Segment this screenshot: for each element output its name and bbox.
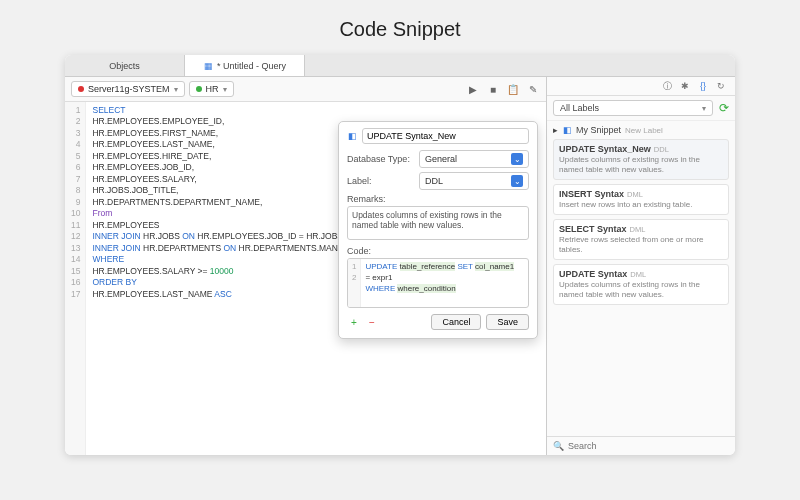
run-icon[interactable]: ▶ [466, 82, 480, 96]
db-type-select[interactable]: General ⌄ [419, 150, 529, 168]
info-icon[interactable]: ⓘ [661, 80, 673, 92]
server-select[interactable]: Server11g-SYSTEM ▾ [71, 81, 185, 97]
snippet-item[interactable]: INSERT SyntaxDML Insert new rows into an… [553, 184, 729, 215]
remove-icon[interactable]: − [365, 315, 379, 329]
db-type-label: Database Type: [347, 154, 415, 164]
server-name: Server11g-SYSTEM [88, 84, 170, 94]
chevron-down-icon: ▾ [174, 85, 178, 94]
connection-bar: Server11g-SYSTEM ▾ HR ▾ ▶ ■ 📋 ✎ [65, 77, 546, 102]
snippet-code-editor[interactable]: 12 UPDATE table_reference SET col_name1=… [347, 258, 529, 308]
query-toolbar: ▶ ■ 📋 ✎ [466, 82, 540, 96]
tab-objects-label: Objects [109, 61, 140, 71]
remarks-input[interactable] [347, 206, 529, 240]
add-icon[interactable]: + [347, 315, 361, 329]
database-icon: ▦ [203, 61, 213, 71]
gear-icon[interactable]: ✱ [679, 80, 691, 92]
select-arrow-icon: ⌄ [511, 175, 523, 187]
snippet-list-header[interactable]: ▸ ◧ My Snippet New Label [553, 125, 729, 135]
folder-icon: ▸ [553, 125, 558, 135]
labels-filter-value: All Labels [560, 103, 599, 113]
db-type-value: General [425, 154, 457, 164]
app-window: Objects ▦ * Untitled - Query Server11g-S… [65, 55, 735, 455]
label-select[interactable]: DDL ⌄ [419, 172, 529, 190]
page-title: Code Snippet [0, 0, 800, 55]
explain-icon[interactable]: 📋 [506, 82, 520, 96]
label-label: Label: [347, 176, 415, 186]
refresh-icon[interactable]: ⟳ [719, 101, 729, 115]
line-gutter: 1234567891011121314151617 [65, 102, 86, 455]
search-input[interactable] [568, 441, 729, 451]
tabbar: Objects ▦ * Untitled - Query [65, 55, 735, 77]
select-arrow-icon: ⌄ [511, 153, 523, 165]
snippet-item[interactable]: SELECT SyntaxDML Retrieve rows selected … [553, 219, 729, 260]
tab-query-label: * Untitled - Query [217, 61, 286, 71]
labels-filter[interactable]: All Labels ▾ [553, 100, 713, 116]
dlg-gutter: 12 [348, 259, 361, 307]
status-dot-icon [78, 86, 84, 92]
chevron-down-icon: ▾ [223, 85, 227, 94]
main-pane: Server11g-SYSTEM ▾ HR ▾ ▶ ■ 📋 ✎ 12345678… [65, 77, 547, 455]
side-toolbar: ⓘ ✱ {} ↻ [547, 77, 735, 96]
new-label-link[interactable]: New Label [625, 126, 663, 135]
history-icon[interactable]: ↻ [715, 80, 727, 92]
search-icon: 🔍 [553, 441, 564, 451]
remarks-label: Remarks: [347, 194, 529, 204]
cancel-button[interactable]: Cancel [431, 314, 481, 330]
schema-name: HR [206, 84, 219, 94]
tab-objects[interactable]: Objects [65, 55, 185, 76]
snippet-side-panel: ⓘ ✱ {} ↻ All Labels ▾ ⟳ ▸ ◧ My Snippet N… [547, 77, 735, 455]
schema-select[interactable]: HR ▾ [189, 81, 234, 97]
chevron-down-icon: ▾ [702, 104, 706, 113]
dlg-code-area[interactable]: UPDATE table_reference SET col_name1= ex… [361, 259, 528, 307]
beautify-icon[interactable]: ✎ [526, 82, 540, 96]
snippet-item[interactable]: UPDATE Syntax_NewDDL Updates columns of … [553, 139, 729, 180]
snippet-icon: ◧ [347, 131, 357, 141]
code-label: Code: [347, 246, 529, 256]
snippet-list: ▸ ◧ My Snippet New Label UPDATE Syntax_N… [547, 121, 735, 436]
label-value: DDL [425, 176, 443, 186]
snippet-name-input[interactable] [362, 128, 529, 144]
braces-icon[interactable]: {} [697, 80, 709, 92]
snippet-group-icon: ◧ [562, 125, 572, 135]
snippet-item[interactable]: UPDATE SyntaxDML Updates columns of exis… [553, 264, 729, 305]
tab-query[interactable]: ▦ * Untitled - Query [185, 55, 305, 76]
status-dot-icon [196, 86, 202, 92]
snippet-group-title: My Snippet [576, 125, 621, 135]
stop-icon[interactable]: ■ [486, 82, 500, 96]
save-button[interactable]: Save [486, 314, 529, 330]
snippet-edit-dialog: ◧ Database Type: General ⌄ Label: DDL ⌄ [338, 121, 538, 339]
snippet-search: 🔍 [547, 436, 735, 455]
